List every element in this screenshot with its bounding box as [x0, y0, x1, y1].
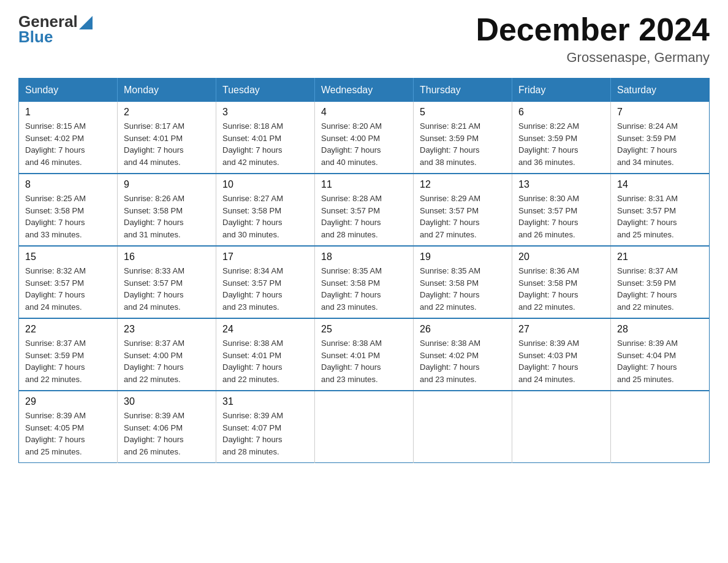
day-number: 9	[124, 179, 210, 190]
day-number: 13	[518, 179, 604, 190]
calendar-empty-cell	[611, 391, 710, 463]
calendar-day-cell: 24 Sunrise: 8:38 AM Sunset: 4:01 PM Dayl…	[216, 318, 315, 391]
calendar-day-cell: 26 Sunrise: 8:38 AM Sunset: 4:02 PM Dayl…	[414, 318, 512, 391]
day-number: 8	[25, 179, 111, 190]
day-number: 22	[25, 324, 111, 335]
day-info: Sunrise: 8:17 AM Sunset: 4:01 PM Dayligh…	[124, 120, 210, 168]
day-info: Sunrise: 8:38 AM Sunset: 4:01 PM Dayligh…	[222, 337, 308, 385]
calendar-week-row: 8 Sunrise: 8:25 AM Sunset: 3:58 PM Dayli…	[19, 174, 710, 246]
calendar-day-cell: 5 Sunrise: 8:21 AM Sunset: 3:59 PM Dayli…	[414, 102, 512, 174]
calendar-subtitle: Grossenaspe, Germany	[476, 50, 710, 66]
day-info: Sunrise: 8:30 AM Sunset: 3:57 PM Dayligh…	[518, 193, 604, 240]
day-info: Sunrise: 8:28 AM Sunset: 3:57 PM Dayligh…	[321, 193, 407, 240]
day-number: 15	[25, 251, 111, 262]
calendar-day-cell: 31 Sunrise: 8:39 AM Sunset: 4:07 PM Dayl…	[216, 391, 315, 463]
day-number: 1	[25, 107, 111, 118]
calendar-day-cell: 29 Sunrise: 8:39 AM Sunset: 4:05 PM Dayl…	[19, 391, 118, 463]
day-number: 14	[617, 179, 703, 190]
calendar-day-cell: 9 Sunrise: 8:26 AM Sunset: 3:58 PM Dayli…	[118, 174, 216, 246]
calendar-day-cell: 7 Sunrise: 8:24 AM Sunset: 3:59 PM Dayli…	[611, 102, 710, 174]
calendar-day-cell: 30 Sunrise: 8:39 AM Sunset: 4:06 PM Dayl…	[118, 391, 216, 463]
day-number: 10	[222, 179, 308, 190]
day-info: Sunrise: 8:25 AM Sunset: 3:58 PM Dayligh…	[25, 193, 111, 240]
day-info: Sunrise: 8:18 AM Sunset: 4:01 PM Dayligh…	[222, 120, 308, 168]
day-header-thursday: Thursday	[414, 79, 512, 102]
calendar-day-cell: 11 Sunrise: 8:28 AM Sunset: 3:57 PM Dayl…	[315, 174, 414, 246]
day-info: Sunrise: 8:22 AM Sunset: 3:59 PM Dayligh…	[518, 120, 604, 168]
calendar-week-row: 22 Sunrise: 8:37 AM Sunset: 3:59 PM Dayl…	[19, 318, 710, 391]
day-info: Sunrise: 8:33 AM Sunset: 3:57 PM Dayligh…	[124, 265, 210, 313]
day-info: Sunrise: 8:27 AM Sunset: 3:58 PM Dayligh…	[222, 193, 308, 240]
day-number: 6	[518, 107, 604, 118]
day-info: Sunrise: 8:38 AM Sunset: 4:02 PM Dayligh…	[420, 337, 506, 385]
logo-triangle-icon	[79, 16, 93, 29]
calendar-day-cell: 3 Sunrise: 8:18 AM Sunset: 4:01 PM Dayli…	[216, 102, 315, 174]
day-info: Sunrise: 8:37 AM Sunset: 4:00 PM Dayligh…	[124, 337, 210, 385]
title-area: December 2024 Grossenaspe, Germany	[476, 12, 710, 66]
calendar-day-cell: 22 Sunrise: 8:37 AM Sunset: 3:59 PM Dayl…	[19, 318, 118, 391]
calendar-week-row: 15 Sunrise: 8:32 AM Sunset: 3:57 PM Dayl…	[19, 246, 710, 318]
day-number: 31	[222, 396, 308, 407]
day-info: Sunrise: 8:38 AM Sunset: 4:01 PM Dayligh…	[321, 337, 407, 385]
calendar-day-cell: 14 Sunrise: 8:31 AM Sunset: 3:57 PM Dayl…	[611, 174, 710, 246]
calendar-day-cell: 17 Sunrise: 8:34 AM Sunset: 3:57 PM Dayl…	[216, 246, 315, 318]
day-number: 28	[617, 324, 703, 335]
day-header-sunday: Sunday	[19, 79, 118, 102]
day-number: 17	[222, 251, 308, 262]
day-info: Sunrise: 8:39 AM Sunset: 4:03 PM Dayligh…	[518, 337, 604, 385]
calendar-week-row: 1 Sunrise: 8:15 AM Sunset: 4:02 PM Dayli…	[19, 102, 710, 174]
day-info: Sunrise: 8:21 AM Sunset: 3:59 PM Dayligh…	[420, 120, 506, 168]
day-info: Sunrise: 8:26 AM Sunset: 3:58 PM Dayligh…	[124, 193, 210, 240]
day-info: Sunrise: 8:20 AM Sunset: 4:00 PM Dayligh…	[321, 120, 407, 168]
day-header-saturday: Saturday	[611, 79, 710, 102]
day-number: 29	[25, 396, 111, 407]
calendar-day-cell: 27 Sunrise: 8:39 AM Sunset: 4:03 PM Dayl…	[512, 318, 611, 391]
calendar-day-cell: 1 Sunrise: 8:15 AM Sunset: 4:02 PM Dayli…	[19, 102, 118, 174]
day-number: 2	[124, 107, 210, 118]
calendar-day-cell: 13 Sunrise: 8:30 AM Sunset: 3:57 PM Dayl…	[512, 174, 611, 246]
calendar-day-cell: 25 Sunrise: 8:38 AM Sunset: 4:01 PM Dayl…	[315, 318, 414, 391]
day-info: Sunrise: 8:39 AM Sunset: 4:04 PM Dayligh…	[617, 337, 703, 385]
day-number: 12	[420, 179, 506, 190]
calendar-day-cell: 20 Sunrise: 8:36 AM Sunset: 3:58 PM Dayl…	[512, 246, 611, 318]
page-header: General Blue December 2024 Grossenaspe, …	[18, 12, 710, 66]
day-info: Sunrise: 8:39 AM Sunset: 4:06 PM Dayligh…	[124, 410, 210, 458]
day-number: 27	[518, 324, 604, 335]
calendar-empty-cell	[315, 391, 414, 463]
day-info: Sunrise: 8:35 AM Sunset: 3:58 PM Dayligh…	[321, 265, 407, 313]
calendar-empty-cell	[512, 391, 611, 463]
calendar-day-cell: 6 Sunrise: 8:22 AM Sunset: 3:59 PM Dayli…	[512, 102, 611, 174]
calendar-title: December 2024	[476, 12, 710, 47]
day-info: Sunrise: 8:39 AM Sunset: 4:05 PM Dayligh…	[25, 410, 111, 458]
day-number: 4	[321, 107, 407, 118]
calendar-week-row: 29 Sunrise: 8:39 AM Sunset: 4:05 PM Dayl…	[19, 391, 710, 463]
day-header-wednesday: Wednesday	[315, 79, 414, 102]
calendar-day-cell: 2 Sunrise: 8:17 AM Sunset: 4:01 PM Dayli…	[118, 102, 216, 174]
day-number: 20	[518, 251, 604, 262]
day-info: Sunrise: 8:35 AM Sunset: 3:58 PM Dayligh…	[420, 265, 506, 313]
day-info: Sunrise: 8:24 AM Sunset: 3:59 PM Dayligh…	[617, 120, 703, 168]
day-number: 23	[124, 324, 210, 335]
logo-blue-text: Blue	[18, 28, 53, 47]
day-info: Sunrise: 8:34 AM Sunset: 3:57 PM Dayligh…	[222, 265, 308, 313]
calendar-day-cell: 16 Sunrise: 8:33 AM Sunset: 3:57 PM Dayl…	[118, 246, 216, 318]
day-number: 30	[124, 396, 210, 407]
calendar-day-cell: 12 Sunrise: 8:29 AM Sunset: 3:57 PM Dayl…	[414, 174, 512, 246]
calendar-day-cell: 21 Sunrise: 8:37 AM Sunset: 3:59 PM Dayl…	[611, 246, 710, 318]
day-number: 19	[420, 251, 506, 262]
calendar-day-cell: 28 Sunrise: 8:39 AM Sunset: 4:04 PM Dayl…	[611, 318, 710, 391]
day-info: Sunrise: 8:39 AM Sunset: 4:07 PM Dayligh…	[222, 410, 308, 458]
calendar-day-cell: 19 Sunrise: 8:35 AM Sunset: 3:58 PM Dayl…	[414, 246, 512, 318]
calendar-header-row: SundayMondayTuesdayWednesdayThursdayFrid…	[19, 79, 710, 102]
day-info: Sunrise: 8:15 AM Sunset: 4:02 PM Dayligh…	[25, 120, 111, 168]
day-number: 25	[321, 324, 407, 335]
day-header-monday: Monday	[118, 79, 216, 102]
day-info: Sunrise: 8:29 AM Sunset: 3:57 PM Dayligh…	[420, 193, 506, 240]
logo: General Blue	[18, 12, 93, 47]
calendar-day-cell: 15 Sunrise: 8:32 AM Sunset: 3:57 PM Dayl…	[19, 246, 118, 318]
day-info: Sunrise: 8:37 AM Sunset: 3:59 PM Dayligh…	[25, 337, 111, 385]
day-number: 3	[222, 107, 308, 118]
day-number: 7	[617, 107, 703, 118]
svg-marker-0	[79, 16, 93, 29]
day-number: 5	[420, 107, 506, 118]
